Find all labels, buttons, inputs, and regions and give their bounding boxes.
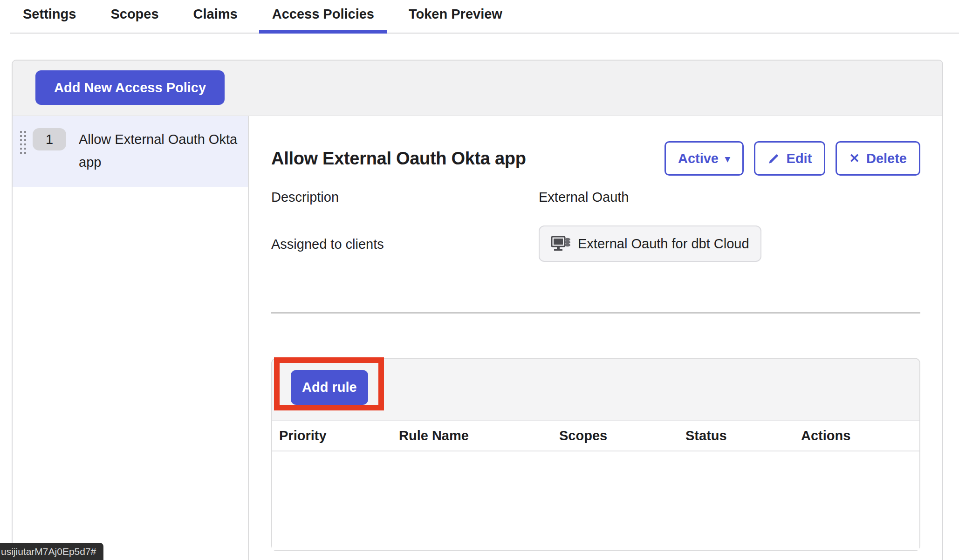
status-label: Active [678,151,719,166]
policy-list-item[interactable]: 1 Allow External Oauth Okta app [13,116,248,187]
tab-token-preview[interactable]: Token Preview [396,0,515,33]
assigned-clients-label: Assigned to clients [271,225,539,252]
client-chip: External Oauth for dbt Cloud [539,225,761,262]
tab-claims[interactable]: Claims [180,0,251,33]
panel-body: 1 Allow External Oauth Okta app Allow Ex… [13,116,942,560]
delete-button[interactable]: ✕ Delete [836,141,920,176]
page: Settings Scopes Claims Access Policies T… [0,0,959,560]
add-rule-button[interactable]: Add rule [291,370,368,405]
pencil-icon [767,152,780,165]
policy-name-label: Allow External Oauth Okta app [79,128,240,174]
add-new-access-policy-button[interactable]: Add New Access Policy [35,70,225,105]
policy-title: Allow External Oauth Okta app [271,149,526,169]
policy-detail-header: Allow External Oauth Okta app Active ▾ E… [271,141,920,176]
rules-toolbar: Add rule [272,359,919,421]
access-policies-panel: Add New Access Policy 1 Allow External O… [12,60,943,560]
rules-panel: Add rule Priority Rule Name Scopes Statu… [271,358,920,551]
description-value: External Oauth [539,190,629,205]
close-icon: ✕ [849,152,860,165]
delete-label: Delete [866,151,907,166]
chevron-down-icon: ▾ [725,154,730,164]
policy-action-buttons: Active ▾ Edit ✕ Delete [664,141,920,176]
panel-toolbar: Add New Access Policy [13,61,942,116]
section-divider [271,312,920,314]
tab-bar: Settings Scopes Claims Access Policies T… [10,0,959,34]
assigned-clients-row: Assigned to clients External Oauth for d… [271,225,920,262]
policy-order-badge: 1 [33,128,66,150]
policy-list-sidebar: 1 Allow External Oauth Okta app [13,116,249,560]
description-label: Description [271,190,539,205]
drag-handle-icon[interactable] [20,131,26,154]
link-preview-tooltip: usijiutarM7Aj0Ep5d7# [0,543,103,560]
rules-table-body-empty [272,451,919,550]
tab-access-policies[interactable]: Access Policies [259,0,387,33]
policy-detail: Allow External Oauth Okta app Active ▾ E… [249,116,942,560]
status-dropdown-button[interactable]: Active ▾ [664,141,744,176]
rules-table-header: Priority Rule Name Scopes Status Actions [272,421,919,451]
column-header-status: Status [685,428,801,444]
column-header-actions: Actions [801,428,919,444]
column-header-priority: Priority [279,428,399,444]
client-chip-label: External Oauth for dbt Cloud [578,236,749,252]
computer-icon [551,235,571,253]
description-row: Description External Oauth [271,190,920,205]
edit-label: Edit [787,151,812,166]
column-header-rule-name: Rule Name [399,428,559,444]
column-header-scopes: Scopes [559,428,685,444]
edit-button[interactable]: Edit [754,141,826,176]
tab-scopes[interactable]: Scopes [97,0,171,33]
tab-settings[interactable]: Settings [10,0,89,33]
